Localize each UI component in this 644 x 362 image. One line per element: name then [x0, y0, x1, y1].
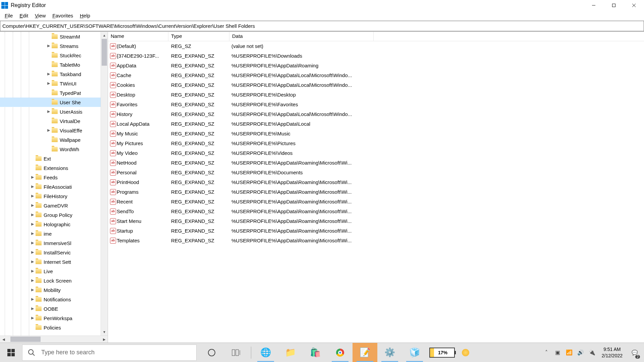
tree-node[interactable]: User She: [0, 98, 101, 107]
expand-icon[interactable]: ▶: [30, 297, 35, 301]
registry-value-row[interactable]: PrintHoodREG_EXPAND_SZ%USERPROFILE%\AppD…: [108, 177, 644, 187]
registry-value-row[interactable]: AppDataREG_EXPAND_SZ%USERPROFILE%\AppDat…: [108, 61, 644, 70]
tree-node[interactable]: ▶Mobility: [0, 285, 101, 295]
tree-node[interactable]: ▶Group Policy: [0, 210, 101, 220]
expand-icon[interactable]: ▶: [30, 184, 35, 189]
taskbar-battery-widget[interactable]: 17%: [427, 343, 457, 362]
registry-value-row[interactable]: CookiesREG_EXPAND_SZ%USERPROFILE%\AppDat…: [108, 80, 644, 90]
tray-volume[interactable]: 🔊: [576, 343, 586, 362]
menu-view[interactable]: View: [32, 11, 49, 20]
column-name[interactable]: Name: [108, 32, 168, 41]
taskbar-app-regedit[interactable]: 🧊: [402, 343, 427, 362]
expand-icon[interactable]: ▶: [30, 213, 35, 217]
minimize-button[interactable]: [584, 0, 604, 11]
tree-node[interactable]: ▶Feeds: [0, 173, 101, 182]
expand-icon[interactable]: ▶: [30, 203, 35, 207]
tray-power[interactable]: 🔌: [587, 343, 597, 362]
task-view-button[interactable]: [224, 343, 249, 362]
taskbar-app-chrome[interactable]: [328, 343, 353, 362]
tree-node[interactable]: Policies: [0, 323, 101, 332]
scroll-up-icon[interactable]: ▲: [101, 32, 108, 39]
maximize-button[interactable]: [604, 0, 624, 11]
tray-overflow[interactable]: ˄: [541, 343, 551, 362]
tree-node[interactable]: ▶GameDVR: [0, 201, 101, 210]
menu-file[interactable]: File: [1, 11, 16, 20]
registry-value-row[interactable]: FavoritesREG_EXPAND_SZ%USERPROFILE%\Favo…: [108, 100, 644, 109]
registry-value-row[interactable]: ProgramsREG_EXPAND_SZ%USERPROFILE%\AppDa…: [108, 187, 644, 197]
tray-onedrive[interactable]: ▣: [553, 343, 563, 362]
tree-node[interactable]: ▶PenWorkspa: [0, 313, 101, 323]
tree-node[interactable]: StuckRec: [0, 51, 101, 60]
expand-icon[interactable]: ▶: [30, 175, 35, 179]
menu-edit[interactable]: Edit: [16, 11, 32, 20]
tree-node[interactable]: ▶Notifications: [0, 295, 101, 304]
registry-value-row[interactable]: PersonalREG_EXPAND_SZ%USERPROFILE%\Docum…: [108, 168, 644, 177]
registry-value-row[interactable]: {374DE290-123F...REG_EXPAND_SZ%USERPROFI…: [108, 51, 644, 61]
tree-node[interactable]: Wallpape: [0, 135, 101, 144]
taskbar-app-edge[interactable]: 🌐: [253, 343, 278, 362]
close-button[interactable]: [624, 0, 644, 11]
tree-node[interactable]: ▶OOBE: [0, 304, 101, 313]
registry-value-row[interactable]: TemplatesREG_EXPAND_SZ%USERPROFILE%\AppD…: [108, 236, 644, 245]
expand-icon[interactable]: ▶: [30, 288, 35, 292]
tree-horizontal-scrollbar[interactable]: ◀ ▶: [0, 336, 108, 343]
registry-value-row[interactable]: DesktopREG_EXPAND_SZ%USERPROFILE%\Deskto…: [108, 90, 644, 100]
registry-value-row[interactable]: Local AppDataREG_EXPAND_SZ%USERPROFILE%\…: [108, 119, 644, 129]
registry-value-row[interactable]: StartupREG_EXPAND_SZ%USERPROFILE%\AppDat…: [108, 226, 644, 236]
column-data[interactable]: Data: [229, 32, 374, 41]
address-bar[interactable]: Computer\HKEY_CURRENT_USER\SOFTWARE\Micr…: [0, 21, 644, 32]
expand-icon[interactable]: ▶: [46, 72, 51, 76]
taskbar-app-store[interactable]: 🛍️: [303, 343, 328, 362]
registry-value-row[interactable]: SendToREG_EXPAND_SZ%USERPROFILE%\AppData…: [108, 206, 644, 216]
registry-value-row[interactable]: HistoryREG_EXPAND_SZ%USERPROFILE%\AppDat…: [108, 109, 644, 119]
registry-value-row[interactable]: (Default)REG_SZ(value not set): [108, 41, 644, 51]
tree-node[interactable]: ▶Taskband: [0, 69, 101, 79]
taskbar-weather[interactable]: [457, 343, 474, 362]
tree-node[interactable]: ▶InstallServic: [0, 248, 101, 257]
tree-node[interactable]: Ext: [0, 154, 101, 163]
registry-value-row[interactable]: CacheREG_EXPAND_SZ%USERPROFILE%\AppData\…: [108, 70, 644, 80]
tree-node[interactable]: WordWh: [0, 144, 101, 154]
tree-node[interactable]: ▶FileAssociati: [0, 182, 101, 191]
registry-value-row[interactable]: My VideoREG_EXPAND_SZ%USERPROFILE%\Video…: [108, 148, 644, 158]
tree-node[interactable]: VirtualDe: [0, 116, 101, 126]
column-type[interactable]: Type: [168, 32, 229, 41]
menu-favorites[interactable]: Favorites: [49, 11, 76, 20]
registry-value-row[interactable]: My MusicREG_EXPAND_SZ%USERPROFILE%\Music: [108, 129, 644, 138]
expand-icon[interactable]: ▶: [30, 194, 35, 198]
tree-node[interactable]: ▶VisualEffe: [0, 126, 101, 135]
tree-node[interactable]: ▶ImmersiveSl: [0, 238, 101, 248]
expand-icon[interactable]: ▶: [46, 81, 51, 85]
expand-icon[interactable]: ▶: [30, 250, 35, 254]
expand-icon[interactable]: ▶: [30, 269, 35, 273]
expand-icon[interactable]: ▶: [46, 109, 51, 114]
tree-node[interactable]: ▶Live: [0, 266, 101, 276]
menu-help[interactable]: Help: [76, 11, 94, 20]
expand-icon[interactable]: ▶: [30, 241, 35, 245]
tree-node[interactable]: TabletMo: [0, 60, 101, 69]
scroll-thumb[interactable]: [10, 337, 41, 342]
tree-node[interactable]: ▶Lock Screen: [0, 276, 101, 285]
scroll-left-icon[interactable]: ◀: [0, 336, 7, 343]
cortana-button[interactable]: [199, 343, 224, 362]
tree-node[interactable]: ▶Internet Sett: [0, 257, 101, 266]
expand-icon[interactable]: ▶: [46, 128, 51, 132]
expand-icon[interactable]: ▶: [30, 316, 35, 320]
tree-node[interactable]: ▶ime: [0, 229, 101, 238]
tree-node[interactable]: ▶UserAssis: [0, 107, 101, 116]
action-center[interactable]: 💬 2: [627, 343, 642, 362]
scroll-down-icon[interactable]: ▼: [101, 328, 108, 336]
registry-value-row[interactable]: NetHoodREG_EXPAND_SZ%USERPROFILE%\AppDat…: [108, 158, 644, 168]
tree-node[interactable]: ▶Holographic: [0, 220, 101, 229]
start-button[interactable]: [0, 343, 22, 362]
tray-clock[interactable]: 9:51 AM 2/12/2022: [598, 346, 626, 358]
expand-icon[interactable]: ▶: [46, 44, 51, 48]
registry-value-row[interactable]: My PicturesREG_EXPAND_SZ%USERPROFILE%\Pi…: [108, 138, 644, 148]
tree-node[interactable]: StreamM: [0, 32, 101, 41]
taskbar-app-explorer[interactable]: 📁: [278, 343, 303, 362]
registry-value-row[interactable]: RecentREG_EXPAND_SZ%USERPROFILE%\AppData…: [108, 197, 644, 206]
expand-icon[interactable]: ▶: [30, 278, 35, 283]
taskbar-app-notes[interactable]: 📝: [353, 343, 377, 362]
tray-wifi[interactable]: 📶: [564, 343, 574, 362]
expand-icon[interactable]: ▶: [30, 222, 35, 226]
